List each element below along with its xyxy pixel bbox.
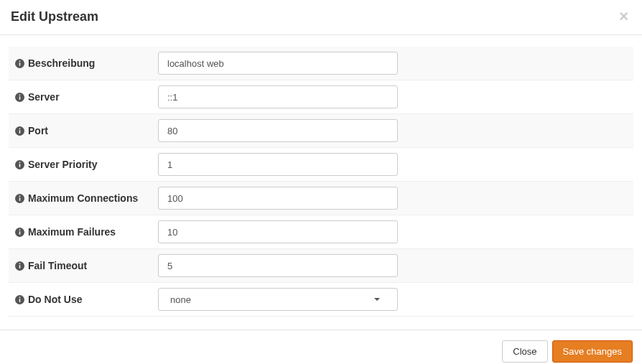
caret-down-icon xyxy=(374,298,380,301)
info-icon xyxy=(14,58,24,68)
input-wrap xyxy=(158,187,398,210)
label-server: Server xyxy=(13,91,158,103)
row-fail-timeout: Fail Timeout xyxy=(9,249,633,283)
port-input[interactable] xyxy=(158,119,398,142)
close-icon[interactable]: × xyxy=(616,9,631,24)
input-wrap xyxy=(158,119,398,142)
info-icon xyxy=(14,159,24,169)
beschreibung-input[interactable] xyxy=(158,52,398,75)
select-value: none xyxy=(170,294,191,305)
info-icon xyxy=(14,126,24,136)
input-wrap xyxy=(158,52,398,75)
modal-title: Edit Upstream xyxy=(11,9,98,24)
row-beschreibung: Beschreibung xyxy=(9,47,633,80)
label-text: Maximum Connections xyxy=(28,192,138,204)
label-text: Port xyxy=(28,125,48,136)
label-text: Beschreibung xyxy=(28,57,95,69)
do-not-use-select[interactable]: none xyxy=(158,288,398,311)
select-wrap: none xyxy=(158,288,398,311)
max-failures-input[interactable] xyxy=(158,220,398,243)
input-wrap xyxy=(158,254,398,277)
modal-footer: Close Save changes xyxy=(0,330,642,364)
row-max-failures: Maximum Failures xyxy=(9,215,633,249)
label-text: Server xyxy=(28,91,60,103)
label-text: Fail Timeout xyxy=(28,260,87,271)
label-text: Server Priority xyxy=(28,159,98,170)
close-button[interactable]: Close xyxy=(502,340,547,363)
info-icon xyxy=(14,261,24,271)
server-input[interactable] xyxy=(158,85,398,108)
row-max-connections: Maximum Connections xyxy=(9,182,633,215)
label-do-not-use: Do Not Use xyxy=(13,294,158,305)
server-priority-input[interactable] xyxy=(158,153,398,176)
label-max-failures: Maximum Failures xyxy=(13,226,158,238)
info-icon xyxy=(14,227,24,237)
label-max-connections: Maximum Connections xyxy=(13,192,158,204)
row-server: Server xyxy=(9,80,633,114)
label-port: Port xyxy=(13,125,158,136)
label-fail-timeout: Fail Timeout xyxy=(13,260,158,271)
save-button[interactable]: Save changes xyxy=(552,340,633,363)
row-port: Port xyxy=(9,114,633,148)
input-wrap xyxy=(158,85,398,108)
row-do-not-use: Do Not Use none xyxy=(9,283,633,317)
max-connections-input[interactable] xyxy=(158,187,398,210)
form-body: Beschreibung Server Port xyxy=(0,35,642,317)
label-server-priority: Server Priority xyxy=(13,159,158,170)
label-text: Do Not Use xyxy=(28,294,82,305)
input-wrap xyxy=(158,220,398,243)
info-icon xyxy=(14,92,24,102)
label-text: Maximum Failures xyxy=(28,226,116,238)
row-server-priority: Server Priority xyxy=(9,148,633,182)
fail-timeout-input[interactable] xyxy=(158,254,398,277)
info-icon xyxy=(14,294,24,304)
info-icon xyxy=(14,193,24,203)
input-wrap xyxy=(158,153,398,176)
modal-header: Edit Upstream × xyxy=(0,0,642,35)
label-beschreibung: Beschreibung xyxy=(13,57,158,69)
